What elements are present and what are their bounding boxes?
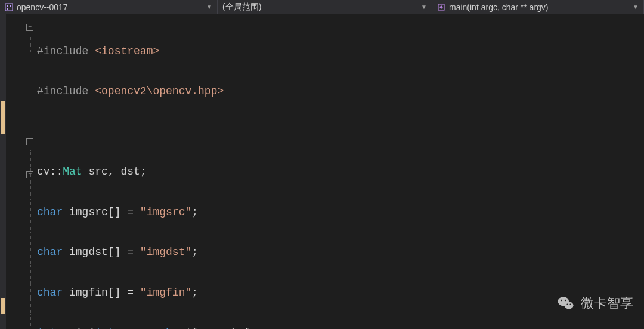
code-line: char imgsrc[] = "imgsrc"; bbox=[37, 204, 644, 221]
marker-margin bbox=[0, 14, 6, 329]
svg-point-9 bbox=[566, 304, 568, 305]
svg-point-7 bbox=[561, 300, 562, 302]
code-line: char imgdst[] = "imgdst"; bbox=[37, 244, 644, 261]
code-line: cv::Mat src, dst; bbox=[37, 164, 644, 181]
function-dropdown[interactable]: main(int argc, char ** argv) ▼ bbox=[432, 0, 644, 14]
change-marker bbox=[1, 117, 5, 134]
function-icon bbox=[437, 3, 445, 11]
code-editor[interactable]: − − − #include <iostream> #include <open… bbox=[0, 14, 644, 329]
project-label: opencv--0017 bbox=[17, 2, 68, 12]
chevron-down-icon: ▼ bbox=[206, 4, 212, 10]
chevron-down-icon: ▼ bbox=[633, 4, 639, 10]
svg-point-6 bbox=[565, 302, 574, 309]
svg-rect-0 bbox=[5, 4, 13, 11]
fold-toggle[interactable]: − bbox=[26, 171, 33, 178]
project-icon bbox=[5, 3, 13, 11]
scope-label: (全局范围) bbox=[222, 2, 261, 13]
svg-rect-3 bbox=[7, 8, 8, 10]
fold-gutter: − − − bbox=[6, 14, 36, 329]
code-line: #include <iostream> bbox=[37, 43, 644, 60]
svg-point-10 bbox=[569, 304, 571, 305]
change-marker bbox=[1, 298, 5, 315]
fold-toggle[interactable]: − bbox=[26, 138, 33, 145]
change-marker bbox=[1, 101, 5, 118]
project-dropdown[interactable]: opencv--0017 ▼ bbox=[0, 0, 218, 14]
scope-dropdown[interactable]: (全局范围) ▼ bbox=[218, 0, 432, 14]
code-line: #include <opencv2\opencv.hpp> bbox=[37, 83, 644, 100]
navigation-bar: opencv--0017 ▼ (全局范围) ▼ main(int argc, c… bbox=[0, 0, 644, 14]
chevron-down-icon: ▼ bbox=[421, 4, 427, 10]
code-area[interactable]: #include <iostream> #include <opencv2\op… bbox=[36, 14, 644, 329]
function-label: main(int argc, char ** argv) bbox=[449, 2, 549, 12]
svg-rect-1 bbox=[7, 5, 8, 7]
svg-rect-2 bbox=[10, 5, 11, 7]
code-line: int main(int argc, char** argv) { bbox=[37, 325, 644, 330]
code-line: char imgfin[] = "imgfin"; bbox=[37, 284, 644, 301]
watermark-text: 微卡智享 bbox=[581, 294, 633, 312]
code-line bbox=[37, 123, 644, 140]
fold-toggle[interactable]: − bbox=[26, 24, 33, 31]
watermark: 微卡智享 bbox=[557, 294, 633, 312]
wechat-icon bbox=[557, 294, 575, 312]
svg-point-8 bbox=[565, 300, 566, 302]
